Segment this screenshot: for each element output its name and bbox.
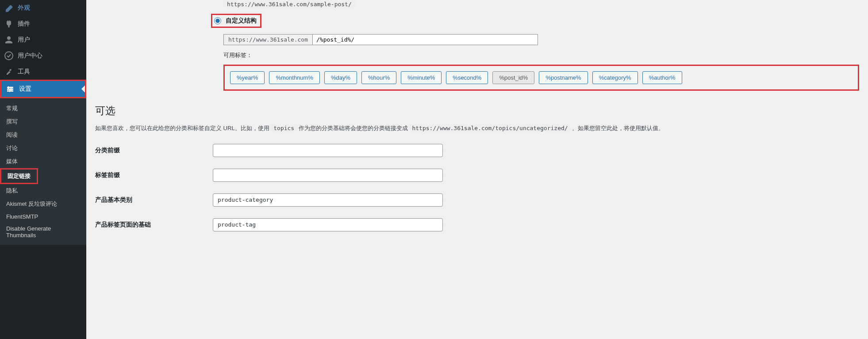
tag-year[interactable]: %year% xyxy=(230,71,265,84)
desc-text: 作为您的分类基础将会使您的分类链接变成 xyxy=(297,125,409,131)
optional-heading: 可选 xyxy=(95,104,859,118)
submenu-privacy[interactable]: 隐私 xyxy=(0,184,86,197)
sidebar-label: 设置 xyxy=(19,85,31,93)
submenu-disable-thumbnails[interactable]: Disable Generate Thumbnails xyxy=(0,223,86,241)
tag-minute[interactable]: %minute% xyxy=(401,71,442,84)
usercenter-icon xyxy=(4,51,13,60)
submenu-writing[interactable]: 撰写 xyxy=(0,115,86,128)
desc-code-url: https://www.361sale.com/topics/uncategor… xyxy=(409,124,570,132)
product-tag-input[interactable] xyxy=(213,218,443,231)
submenu-reading[interactable]: 阅读 xyxy=(0,128,86,142)
product-tag-row: 产品标签页面的基础 xyxy=(95,218,859,231)
tools-icon xyxy=(4,67,13,76)
tag-monthnum[interactable]: %monthnum% xyxy=(269,71,320,84)
sidebar-label: 外观 xyxy=(18,4,30,12)
submenu-media[interactable]: 媒体 xyxy=(0,155,86,168)
permalink-custom-radio[interactable] xyxy=(214,17,221,24)
category-base-input[interactable] xyxy=(213,144,443,157)
product-category-row: 产品基本类别 xyxy=(95,193,859,207)
sidebar-item-appearance[interactable]: 外观 xyxy=(0,0,86,16)
url-prefix: https://www.361sale.com xyxy=(223,34,312,45)
desc-code-topics: topics xyxy=(271,124,297,132)
users-icon xyxy=(4,35,13,44)
category-base-label: 分类前缀 xyxy=(95,146,213,154)
submenu-permalink[interactable]: 固定链接 xyxy=(1,170,37,183)
permalink-custom-row: 自定义结构 xyxy=(211,14,859,28)
tag-day[interactable]: %day% xyxy=(324,71,357,84)
sidebar-label: 用户 xyxy=(18,36,30,44)
product-tag-label: 产品标签页面的基础 xyxy=(95,221,213,229)
highlight-permalink: 固定链接 xyxy=(0,168,38,184)
available-tags-label: 可用标签： xyxy=(223,51,859,59)
submenu-general[interactable]: 常规 xyxy=(0,102,86,115)
svg-rect-6 xyxy=(9,90,10,92)
main-content: https://www.361sale.com/sample-post/ 自定义… xyxy=(86,0,868,339)
tag-post-id[interactable]: %post_id% xyxy=(492,71,534,84)
url-example-cut: https://www.361sale.com/sample-post/ xyxy=(223,0,355,8)
svg-rect-5 xyxy=(11,88,12,90)
product-category-input[interactable] xyxy=(213,193,443,207)
highlight-custom-structure: 自定义结构 xyxy=(211,14,261,28)
sidebar-item-settings[interactable]: 设置 xyxy=(1,81,85,97)
available-tags-container: %year% %monthnum% %day% %hour% %minute% … xyxy=(223,65,859,91)
svg-point-0 xyxy=(5,52,13,60)
tag-author[interactable]: %author% xyxy=(642,71,682,84)
permalink-structure-input[interactable] xyxy=(312,34,538,45)
optional-description: 如果您喜欢，您可以在此给您的分类和标签自定义 URL。比如，使用 topics … xyxy=(95,124,859,133)
admin-sidebar: 外观 插件 用户 用户中心 工具 设置 常规 撰写 阅 xyxy=(0,0,86,339)
category-base-row: 分类前缀 xyxy=(95,144,859,157)
tag-hour[interactable]: %hour% xyxy=(361,71,396,84)
tag-category[interactable]: %category% xyxy=(592,71,638,84)
appearance-icon xyxy=(4,4,13,12)
submenu-akismet[interactable]: Akismet 反垃圾评论 xyxy=(0,197,86,211)
tag-base-input[interactable] xyxy=(213,169,443,182)
settings-icon xyxy=(6,85,15,93)
tag-base-row: 标签前缀 xyxy=(95,169,859,182)
submenu-fluentsmtp[interactable]: FluentSMTP xyxy=(0,211,86,223)
highlight-settings: 设置 xyxy=(0,80,86,98)
settings-submenu: 常规 撰写 阅读 讨论 媒体 固定链接 隐私 Akismet 反垃圾评论 Flu… xyxy=(0,98,86,245)
sidebar-label: 工具 xyxy=(18,68,30,76)
sidebar-item-usercenter[interactable]: 用户中心 xyxy=(0,48,86,64)
tag-postname[interactable]: %postname% xyxy=(539,71,588,84)
sidebar-item-plugins[interactable]: 插件 xyxy=(0,16,86,32)
desc-text: 。如果您留空此处，将使用默认值。 xyxy=(571,125,664,131)
sidebar-label: 用户中心 xyxy=(18,52,42,60)
desc-text: 如果您喜欢，您可以在此给您的分类和标签自定义 URL。比如，使用 xyxy=(95,125,271,131)
svg-rect-2 xyxy=(7,89,13,90)
plugins-icon xyxy=(4,19,13,28)
submenu-discussion[interactable]: 讨论 xyxy=(0,142,86,155)
svg-rect-4 xyxy=(8,86,9,89)
custom-structure-input-row: https://www.361sale.com xyxy=(223,34,859,45)
sidebar-label: 插件 xyxy=(18,20,30,28)
sidebar-item-users[interactable]: 用户 xyxy=(0,32,86,48)
permalink-custom-label: 自定义结构 xyxy=(226,17,257,25)
optional-form: 分类前缀 标签前缀 产品基本类别 产品标签页面的基础 xyxy=(95,144,859,231)
sidebar-item-tools[interactable]: 工具 xyxy=(0,64,86,80)
tag-base-label: 标签前缀 xyxy=(95,171,213,179)
tag-second[interactable]: %second% xyxy=(446,71,488,84)
product-category-label: 产品基本类别 xyxy=(95,196,213,204)
